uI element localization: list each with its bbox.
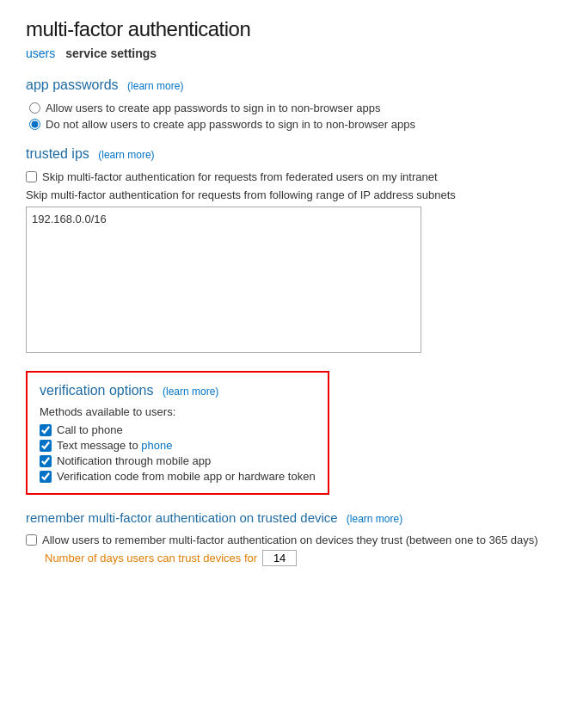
remember-mfa-title: remember multi-factor authentication on … xyxy=(26,510,539,525)
trusted-ips-title: trusted ips (learn more) xyxy=(26,146,539,162)
method-notification-app[interactable]: Notification through mobile app xyxy=(40,454,316,467)
method-verification-code-checkbox[interactable] xyxy=(40,471,52,483)
allow-remember-label: Allow users to remember multi-factor aut… xyxy=(42,534,538,546)
app-passwords-section: app passwords (learn more) Allow users t… xyxy=(26,77,539,131)
methods-available-label: Methods available to users: xyxy=(40,405,316,418)
method-text-message-label: Text message to phone xyxy=(57,439,172,452)
page-title: multi-factor authentication xyxy=(26,17,539,41)
verification-options-section: verification options (learn more) Method… xyxy=(26,371,329,495)
skip-federated-label: Skip multi-factor authentication for req… xyxy=(42,170,438,183)
tabs-bar: users service settings xyxy=(26,45,539,62)
verification-methods-list: Call to phone Text message to phone Noti… xyxy=(40,423,316,483)
radio-disallow-app-passwords[interactable]: Do not allow users to create app passwor… xyxy=(29,118,539,131)
radio-allow-input[interactable] xyxy=(29,102,40,114)
tab-service-settings[interactable]: service settings xyxy=(65,45,163,62)
radio-disallow-input[interactable] xyxy=(29,119,40,130)
remember-mfa-learn-more[interactable]: (learn more) xyxy=(347,513,402,525)
verification-options-learn-more[interactable]: (learn more) xyxy=(163,386,218,398)
method-call-to-phone[interactable]: Call to phone xyxy=(40,423,316,436)
trusted-ips-section: trusted ips (learn more) Skip multi-fact… xyxy=(26,146,539,355)
radio-allow-label: Allow users to create app passwords to s… xyxy=(46,102,380,114)
days-label: Number of days users can trust devices f… xyxy=(45,552,257,565)
method-verification-code[interactable]: Verification code from mobile app or har… xyxy=(40,470,316,483)
radio-disallow-label: Do not allow users to create app passwor… xyxy=(46,118,415,131)
allow-remember-input[interactable] xyxy=(26,534,37,546)
method-text-message[interactable]: Text message to phone xyxy=(40,439,316,452)
tab-users[interactable]: users xyxy=(26,45,62,62)
app-passwords-radio-group: Allow users to create app passwords to s… xyxy=(29,102,539,131)
ip-range-textarea[interactable]: 192.168.0.0/16 xyxy=(26,207,421,353)
method-call-to-phone-checkbox[interactable] xyxy=(40,424,52,436)
days-row: Number of days users can trust devices f… xyxy=(45,550,539,566)
radio-allow-app-passwords[interactable]: Allow users to create app passwords to s… xyxy=(29,102,539,114)
app-passwords-title: app passwords (learn more) xyxy=(26,77,539,93)
allow-remember-checkbox[interactable]: Allow users to remember multi-factor aut… xyxy=(26,534,539,546)
method-verification-code-label: Verification code from mobile app or har… xyxy=(57,470,316,483)
days-input[interactable]: 14 xyxy=(262,550,297,566)
verification-options-title: verification options (learn more) xyxy=(40,383,316,398)
method-text-message-checkbox[interactable] xyxy=(40,440,52,452)
method-call-to-phone-label: Call to phone xyxy=(57,423,123,436)
text-message-phone-link[interactable]: phone xyxy=(141,439,172,452)
remember-mfa-section: remember multi-factor authentication on … xyxy=(26,510,539,566)
method-notification-app-label: Notification through mobile app xyxy=(57,454,211,467)
trusted-ips-learn-more[interactable]: (learn more) xyxy=(98,149,154,161)
ip-range-description: Skip multi-factor authentication for req… xyxy=(26,188,539,201)
app-passwords-learn-more[interactable]: (learn more) xyxy=(127,80,183,92)
skip-federated-input[interactable] xyxy=(26,171,37,182)
method-notification-app-checkbox[interactable] xyxy=(40,455,52,467)
skip-federated-checkbox[interactable]: Skip multi-factor authentication for req… xyxy=(26,170,539,183)
